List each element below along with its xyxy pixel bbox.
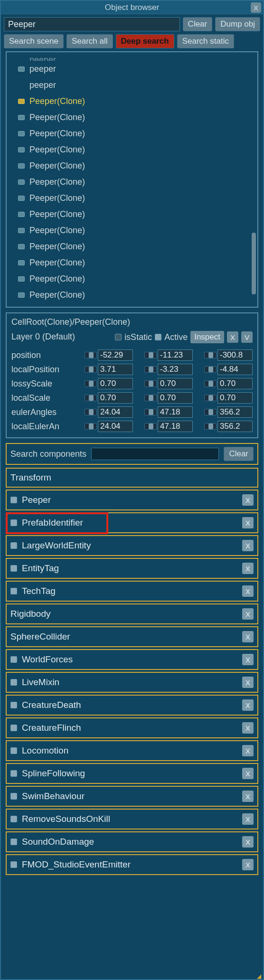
component-row[interactable]: RigidbodyX [6,603,258,624]
tree-item[interactable]: Peeper(Clone) [9,93,255,109]
tree-item[interactable]: Peeper(Clone) [9,109,255,125]
remove-component-button[interactable]: X [242,699,254,711]
value-input-y[interactable] [158,406,193,418]
value-slider[interactable] [85,395,97,401]
component-search-input[interactable] [91,448,219,460]
search-static-button[interactable]: Search static [177,34,234,48]
component-enabled-checkbox[interactable] [10,679,17,686]
remove-component-button[interactable]: X [242,745,254,756]
value-slider[interactable] [85,352,97,358]
tree-item[interactable]: Peeper(Clone) [9,271,255,287]
component-enabled-checkbox[interactable] [10,656,17,663]
value-input-y[interactable] [158,378,193,389]
component-enabled-checkbox[interactable] [10,861,17,868]
remove-component-button[interactable]: X [242,677,254,688]
component-row[interactable]: EntityTagX [6,558,258,579]
remove-component-button[interactable]: X [242,563,254,574]
component-enabled-checkbox[interactable] [10,793,17,800]
remove-component-button[interactable]: X [242,791,254,802]
dump-obj-button[interactable]: Dump obj [215,17,260,31]
component-enabled-checkbox[interactable] [10,725,17,731]
tree-item[interactable]: Peeper(Clone) [9,206,255,222]
component-enabled-checkbox[interactable] [10,839,17,845]
tree-item[interactable]: Peeper(Clone) [9,174,255,190]
value-slider[interactable] [144,409,157,415]
remove-component-button[interactable]: X [242,722,254,734]
tree-item[interactable]: Peeper(Clone) [9,158,255,174]
value-input-z[interactable] [217,364,253,375]
inspector-v-button[interactable]: V [241,331,253,343]
close-button[interactable]: X [251,2,261,13]
tree-item[interactable]: Peeper(Clone) [9,287,255,303]
active-checkbox[interactable] [155,334,161,340]
component-row[interactable]: FMOD_StudioEventEmitterX [6,854,258,875]
remove-component-button[interactable]: X [242,608,254,620]
value-slider[interactable] [204,395,217,401]
is-static-checkbox[interactable] [115,334,122,340]
component-enabled-checkbox[interactable] [10,747,17,754]
value-input-x[interactable] [98,378,133,389]
inspector-x-button[interactable]: X [227,331,238,343]
value-slider[interactable] [85,423,97,430]
component-enabled-checkbox[interactable] [10,542,17,549]
value-slider[interactable] [144,366,157,373]
component-search-clear[interactable]: Clear [224,447,254,461]
value-input-y[interactable] [158,421,193,432]
value-slider[interactable] [144,380,157,387]
component-row[interactable]: SoundOnDamageX [6,831,258,852]
value-slider[interactable] [85,409,97,415]
value-input-x[interactable] [98,349,133,361]
value-slider[interactable] [204,409,217,415]
remove-component-button[interactable]: X [242,517,254,528]
value-slider[interactable] [144,352,157,358]
value-input-z[interactable] [217,349,253,361]
tree-item[interactable]: Peeper(Clone) [9,254,255,271]
search-all-button[interactable]: Search all [66,34,113,48]
value-input-z[interactable] [217,392,253,404]
component-row[interactable]: CreatureFlinchX [6,717,258,738]
component-row[interactable]: RemoveSoundsOnKillX [6,809,258,829]
remove-component-button[interactable]: X [242,540,254,551]
component-row[interactable]: LargeWorldEntityX [6,535,258,556]
remove-component-button[interactable]: X [242,859,254,870]
remove-component-button[interactable]: X [242,654,254,665]
remove-component-button[interactable]: X [242,494,254,506]
value-input-z[interactable] [217,406,253,418]
inspect-button[interactable]: Inspect [190,331,224,343]
value-slider[interactable] [204,423,217,430]
component-row[interactable]: SwimBehaviourX [6,786,258,807]
tree-item[interactable]: peeper [9,77,255,93]
component-enabled-checkbox[interactable] [10,702,17,708]
value-input-x[interactable] [98,406,133,418]
component-row[interactable]: SplineFollowingX [6,763,258,784]
value-slider[interactable] [85,380,97,387]
deep-search-button[interactable]: Deep search [116,34,174,48]
component-row[interactable]: TechTagX [6,581,258,602]
value-input-x[interactable] [98,364,133,375]
remove-component-button[interactable]: X [242,585,254,597]
component-enabled-checkbox[interactable] [10,816,17,822]
value-slider[interactable] [85,366,97,373]
tree-item[interactable]: Peeper(Clone) [9,141,255,158]
resize-handle-icon[interactable]: ◢ [257,973,263,979]
tree-item[interactable]: Peeper(Clone) [9,190,255,206]
component-enabled-checkbox[interactable] [10,497,17,503]
value-input-z[interactable] [217,421,253,432]
component-row[interactable]: CreatureDeathX [6,695,258,716]
value-input-y[interactable] [158,364,193,375]
value-input-y[interactable] [158,392,193,404]
component-enabled-checkbox[interactable] [10,565,17,572]
component-row[interactable]: LocomotionX [6,740,258,761]
value-slider[interactable] [204,380,217,387]
tree-item[interactable]: Peeper(Clone) [9,222,255,238]
component-row[interactable]: PrefabIdentifierX [6,512,258,533]
remove-component-button[interactable]: X [242,631,254,642]
component-row[interactable]: SphereColliderX [6,626,258,647]
component-enabled-checkbox[interactable] [10,588,17,594]
tree-item[interactable]: peeper [9,54,255,61]
value-slider[interactable] [204,366,217,373]
component-row[interactable]: WorldForcesX [6,649,258,670]
value-input-x[interactable] [98,421,133,432]
tree-item[interactable]: Peeper(Clone) [9,303,255,308]
remove-component-button[interactable]: X [242,768,254,779]
